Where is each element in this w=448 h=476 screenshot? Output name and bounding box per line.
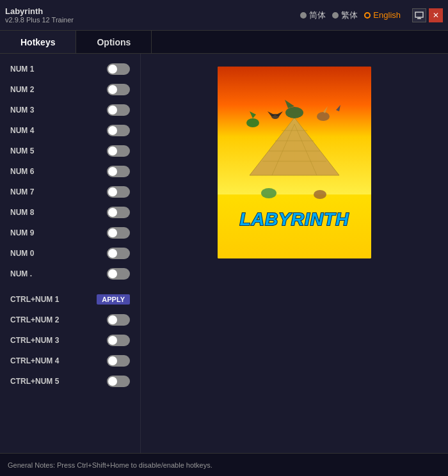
hotkey-row-num3: NUM 3 xyxy=(0,100,140,120)
hotkey-toggle-num6[interactable] xyxy=(107,166,130,177)
bottom-notes: General Notes: Press Ctrl+Shift+Home to … xyxy=(0,453,448,476)
tab-options[interactable]: Options xyxy=(76,31,152,53)
hotkey-row-ctrlnum5: CTRL+NUM 5 xyxy=(0,371,140,392)
hotkey-toggle-ctrlnum4[interactable] xyxy=(107,355,130,367)
hotkey-label-numdot: NUM . xyxy=(10,269,32,278)
game-cover-image: LABYRINTH xyxy=(218,67,371,258)
hotkey-label-num6: NUM 6 xyxy=(10,167,34,176)
tab-hotkeys[interactable]: Hotkeys xyxy=(0,31,76,53)
hotkey-row-ctrlnum1: CTRL+NUM 1 APPLY xyxy=(0,289,140,310)
hotkey-row-num9: NUM 9 xyxy=(0,223,140,243)
hotkey-toggle-ctrlnum2[interactable] xyxy=(107,314,130,326)
hotkey-row-num0: NUM 0 xyxy=(0,243,140,264)
hotkey-toggle-num7[interactable] xyxy=(107,186,130,198)
lang-traditional[interactable]: 繁体 xyxy=(332,10,358,21)
hotkey-row-ctrlnum4: CTRL+NUM 4 xyxy=(0,351,140,371)
hotkey-row-num1: NUM 1 xyxy=(0,59,140,79)
svg-rect-0 xyxy=(415,12,423,17)
hotkey-label-ctrlnum4: CTRL+NUM 4 xyxy=(10,356,59,365)
monitor-icon xyxy=(415,11,424,20)
minimize-button[interactable] xyxy=(412,8,426,22)
title-info: Labyrinth v2.9.8 Plus 12 Trainer xyxy=(5,6,74,24)
svg-point-17 xyxy=(285,107,303,118)
lang-traditional-label: 繁体 xyxy=(341,10,358,21)
lang-simplified-label: 简体 xyxy=(309,10,326,21)
hotkey-row-num4: NUM 4 xyxy=(0,120,140,141)
lang-simplified[interactable]: 简体 xyxy=(300,10,326,21)
hotkey-toggle-num9[interactable] xyxy=(107,227,130,239)
hotkey-row-num6: NUM 6 xyxy=(0,161,140,182)
hotkey-toggle-num4[interactable] xyxy=(107,125,130,136)
title-bar: Labyrinth v2.9.8 Plus 12 Trainer 简体 繁体 E… xyxy=(0,0,448,31)
language-controls: 简体 繁体 English ✕ xyxy=(300,8,443,22)
hotkey-toggle-ctrlnum5[interactable] xyxy=(107,376,130,387)
hotkey-row-num5: NUM 5 xyxy=(0,141,140,161)
window-controls: ✕ xyxy=(412,8,443,22)
hotkey-label-num2: NUM 2 xyxy=(10,85,34,94)
hotkey-label-num9: NUM 9 xyxy=(10,228,34,237)
hotkey-label-num1: NUM 1 xyxy=(10,65,34,74)
hotkey-toggle-ctrlnum3[interactable] xyxy=(107,335,130,346)
hotkey-label-ctrlnum5: CTRL+NUM 5 xyxy=(10,377,59,386)
hotkeys-panel: NUM 1 NUM 2 NUM 3 NUM 4 NUM 5 NUM 6 xyxy=(0,54,141,453)
hotkey-label-ctrlnum3: CTRL+NUM 3 xyxy=(10,336,59,345)
hotkey-label-ctrlnum1: CTRL+NUM 1 xyxy=(10,295,59,304)
hotkey-toggle-num0[interactable] xyxy=(107,248,130,259)
lang-english-radio xyxy=(364,12,371,19)
game-bg-svg: LABYRINTH xyxy=(218,67,371,258)
lang-english-label: English xyxy=(373,10,401,20)
hotkey-toggle-num8[interactable] xyxy=(107,207,130,218)
hotkey-label-num3: NUM 3 xyxy=(10,106,34,115)
lang-english[interactable]: English xyxy=(364,10,401,20)
hotkey-toggle-num5[interactable] xyxy=(107,145,130,157)
hotkey-row-numdot: NUM . xyxy=(0,264,140,284)
svg-point-12 xyxy=(246,118,259,127)
hotkey-row-num7: NUM 7 xyxy=(0,182,140,202)
hotkey-toggle-num3[interactable] xyxy=(107,104,130,116)
hotkey-toggle-num1[interactable] xyxy=(107,63,130,75)
lang-traditional-radio xyxy=(332,12,339,19)
hotkey-separator xyxy=(0,284,140,289)
svg-point-19 xyxy=(317,112,330,121)
options-panel: LABYRINTH xyxy=(141,54,448,453)
hotkey-label-ctrlnum2: CTRL+NUM 2 xyxy=(10,315,59,324)
hotkey-label-num0: NUM 0 xyxy=(10,249,34,258)
lang-simplified-radio xyxy=(300,12,307,19)
hotkey-label-num7: NUM 7 xyxy=(10,187,34,196)
general-notes-text: General Notes: Press Ctrl+Shift+Home to … xyxy=(8,461,212,469)
app-version: v2.9.8 Plus 12 Trainer xyxy=(5,16,74,24)
apply-button[interactable]: APPLY xyxy=(97,294,130,305)
svg-point-23 xyxy=(314,190,326,199)
hotkey-toggle-numdot[interactable] xyxy=(107,268,130,280)
hotkey-toggle-num2[interactable] xyxy=(107,84,130,95)
svg-point-22 xyxy=(261,188,276,198)
hotkey-label-num4: NUM 4 xyxy=(10,126,34,135)
close-icon: ✕ xyxy=(433,11,439,20)
hotkey-row-num8: NUM 8 xyxy=(0,202,140,223)
main-content: NUM 1 NUM 2 NUM 3 NUM 4 NUM 5 NUM 6 xyxy=(0,54,448,453)
hotkey-label-num5: NUM 5 xyxy=(10,147,34,155)
app-title: Labyrinth xyxy=(5,6,74,16)
close-button[interactable]: ✕ xyxy=(429,8,443,22)
tab-bar: Hotkeys Options xyxy=(0,31,448,54)
hotkey-row-ctrlnum2: CTRL+NUM 2 xyxy=(0,310,140,330)
hotkey-row-ctrlnum3: CTRL+NUM 3 xyxy=(0,330,140,351)
svg-text:LABYRINTH: LABYRINTH xyxy=(240,209,349,229)
hotkey-row-num2: NUM 2 xyxy=(0,79,140,100)
hotkey-label-num8: NUM 8 xyxy=(10,208,34,217)
